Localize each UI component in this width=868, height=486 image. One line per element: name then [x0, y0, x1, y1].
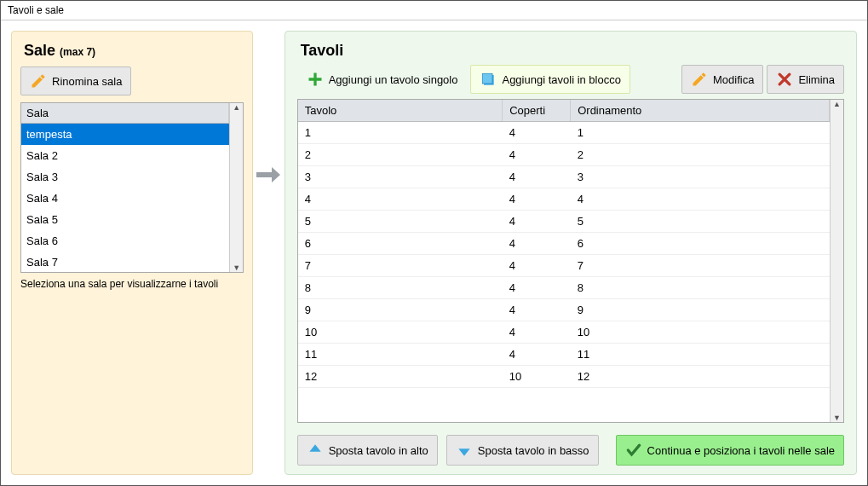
move-down-button[interactable]: Sposta tavolo in basso — [446, 435, 599, 466]
rooms-title-text: Sale — [24, 42, 55, 59]
add-bulk-label: Aggiungi tavoli in blocco — [502, 73, 620, 86]
rooms-scrollbar[interactable]: ▲ ▼ — [229, 103, 243, 272]
table-cell: 4 — [298, 188, 503, 211]
list-item[interactable]: Sala 3 — [21, 166, 229, 188]
rename-room-button[interactable]: Rinomina sala — [20, 67, 131, 95]
table-cell: 8 — [298, 277, 503, 299]
rooms-hint: Seleziona una sala per visualizzarne i t… — [20, 278, 244, 290]
table-column-header[interactable]: Tavolo — [298, 100, 503, 122]
table-cell: 1 — [298, 122, 503, 144]
table-cell: 5 — [571, 211, 830, 233]
table-cell: 4 — [503, 233, 571, 255]
rooms-title: Sale (max 7) — [24, 42, 244, 60]
table-cell: 10 — [571, 321, 830, 344]
table-cell: 7 — [298, 255, 503, 277]
rooms-max: (max 7) — [60, 46, 95, 58]
table-cell: 4 — [503, 255, 571, 277]
table-cell: 4 — [503, 166, 571, 188]
cube-icon — [480, 71, 497, 88]
table-row[interactable]: 949 — [298, 299, 830, 321]
scroll-down-icon[interactable]: ▼ — [833, 414, 841, 422]
table-cell: 1 — [571, 122, 830, 144]
table-cell: 12 — [298, 366, 503, 388]
table-row[interactable]: 11411 — [298, 344, 830, 366]
delete-x-icon — [776, 71, 793, 88]
table-cell: 6 — [298, 233, 503, 255]
arrow-right-icon — [256, 167, 280, 182]
continue-button[interactable]: Continua e posiziona i tavoli nelle sale — [616, 435, 844, 466]
rooms-toolbar: Rinomina sala — [20, 67, 244, 95]
tables-bottom-bar: Sposta tavolo in alto Sposta tavolo in b… — [297, 435, 844, 466]
move-down-label: Sposta tavolo in basso — [478, 444, 589, 457]
scroll-up-icon[interactable]: ▲ — [233, 103, 240, 112]
delete-button[interactable]: Elimina — [767, 65, 844, 94]
table-cell: 4 — [503, 344, 571, 366]
list-item[interactable]: Sala 6 — [21, 230, 229, 252]
rename-room-label: Rinomina sala — [52, 75, 122, 88]
rooms-panel: Sale (max 7) Rinomina sala SalatempestaS… — [11, 31, 253, 475]
table-row[interactable]: 545 — [298, 211, 830, 233]
table-cell: 10 — [503, 366, 571, 388]
modify-button[interactable]: Modifica — [681, 65, 763, 94]
table-cell: 7 — [571, 255, 830, 277]
tables-grid[interactable]: TavoloCopertiOrdinamento 141242343444545… — [297, 99, 844, 423]
window: Tavoli e sale Sale (max 7) Rinomina sala… — [0, 0, 868, 486]
pencil-icon — [691, 71, 708, 88]
list-item[interactable]: Sala 5 — [21, 209, 229, 230]
table-row[interactable]: 343 — [298, 166, 830, 188]
svg-rect-1 — [483, 73, 493, 84]
table-row[interactable]: 121012 — [298, 366, 830, 388]
add-bulk-tables-button[interactable]: Aggiungi tavoli in blocco — [470, 65, 629, 94]
arrow-down-icon — [456, 442, 473, 459]
tables-toolbar: Aggiungi un tavolo singolo Aggiungi tavo… — [297, 65, 844, 94]
scroll-down-icon[interactable]: ▼ — [233, 263, 240, 272]
modify-label: Modifica — [713, 73, 754, 86]
arrow-column — [253, 31, 284, 475]
table-cell: 12 — [571, 366, 830, 388]
table-cell: 4 — [503, 321, 571, 344]
table-row[interactable]: 242 — [298, 144, 830, 166]
table-row[interactable]: 646 — [298, 233, 830, 255]
list-item[interactable]: Sala 7 — [21, 252, 229, 273]
delete-label: Elimina — [798, 73, 835, 86]
continue-label: Continua e posiziona i tavoli nelle sale — [647, 444, 835, 457]
tables-panel: Tavoli Aggiungi un tavolo singolo Aggiun… — [285, 31, 857, 475]
list-item[interactable]: Sala 4 — [21, 188, 229, 209]
add-single-table-button[interactable]: Aggiungi un tavolo singolo — [297, 65, 468, 94]
table-cell: 4 — [503, 188, 571, 211]
table-cell: 9 — [298, 299, 503, 321]
table-cell: 10 — [298, 321, 503, 344]
table-cell: 3 — [298, 166, 503, 188]
table-row[interactable]: 848 — [298, 277, 830, 299]
table-cell: 11 — [298, 344, 503, 366]
plus-icon — [307, 71, 324, 88]
pencil-icon — [30, 72, 47, 90]
table-cell: 9 — [571, 299, 830, 321]
table-column-header[interactable]: Ordinamento — [571, 100, 830, 122]
rooms-listbox[interactable]: SalatempestaSala 2Sala 3Sala 4Sala 5Sala… — [20, 102, 244, 273]
table-row[interactable]: 444 — [298, 188, 830, 211]
scroll-up-icon[interactable]: ▲ — [833, 100, 841, 108]
table-cell: 11 — [571, 344, 830, 366]
table-row[interactable]: 10410 — [298, 321, 830, 344]
table-column-header[interactable]: Coperti — [503, 100, 571, 122]
rooms-list-header[interactable]: Sala — [21, 103, 229, 124]
move-up-label: Sposta tavolo in alto — [329, 444, 428, 457]
move-up-button[interactable]: Sposta tavolo in alto — [297, 435, 438, 466]
table-cell: 2 — [571, 144, 830, 166]
table-cell: 4 — [503, 211, 571, 233]
tables-scrollbar[interactable]: ▲ ▼ — [830, 100, 843, 422]
table-cell: 4 — [503, 277, 571, 299]
table-cell: 5 — [298, 211, 503, 233]
tables-title: Tavoli — [301, 42, 844, 60]
table-row[interactable]: 141 — [298, 122, 830, 144]
table-cell: 4 — [571, 188, 830, 211]
table-cell: 4 — [503, 144, 571, 166]
table-row[interactable]: 747 — [298, 255, 830, 277]
table-cell: 3 — [571, 166, 830, 188]
arrow-up-icon — [307, 442, 324, 459]
check-icon — [625, 442, 642, 459]
list-item[interactable]: Sala 2 — [21, 145, 229, 166]
list-item[interactable]: tempesta — [21, 124, 229, 145]
window-title: Tavoli e sale — [1, 1, 867, 20]
